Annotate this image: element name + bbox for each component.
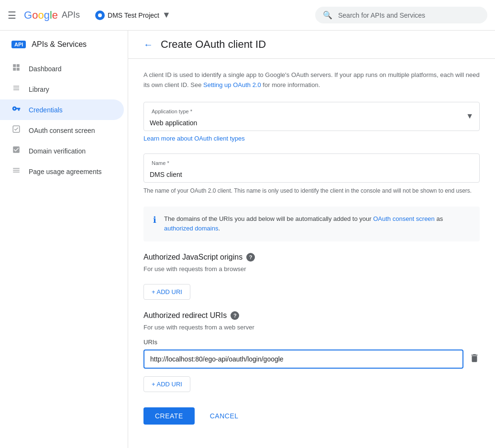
authorized-domains-link[interactable]: authorized domains: [164, 225, 218, 232]
redirect-uris-heading: Authorized redirect URIs ?: [143, 311, 480, 320]
application-type-field: Application type * Web application Andro…: [143, 102, 480, 142]
js-origins-add-uri-button[interactable]: + ADD URI: [143, 284, 190, 300]
oauth-consent-screen-link[interactable]: OAuth consent screen: [373, 215, 435, 222]
setup-oauth-link[interactable]: Setting up OAuth 2.0: [203, 81, 261, 88]
create-button[interactable]: CREATE: [143, 407, 195, 425]
content-body: A client ID is used to identify a single…: [128, 59, 495, 448]
sidebar-item-dashboard[interactable]: Dashboard: [0, 58, 124, 79]
main-layout: API APIs & Services Dashboard Library Cr…: [0, 31, 495, 448]
name-field-wrapper: Name *: [143, 153, 480, 183]
domain-verification-icon: [11, 145, 21, 156]
search-placeholder: Search for APIs and Services: [338, 11, 425, 19]
credentials-icon: [11, 104, 21, 115]
uris-label: URIs: [143, 339, 480, 346]
logo-o1: o: [32, 9, 38, 21]
redirect-uris-subtext: For use with requests from a web server: [143, 324, 480, 331]
logo-g2: g: [44, 9, 50, 21]
library-label: Library: [29, 86, 49, 93]
sidebar-item-domain-verification[interactable]: Domain verification: [0, 141, 124, 161]
logo-o2: o: [38, 9, 44, 21]
content-area: ← Create OAuth client ID A client ID is …: [128, 31, 495, 448]
learn-more-link[interactable]: Learn more about OAuth client types: [143, 135, 245, 142]
js-origins-section: Authorized JavaScript origins ? For use …: [143, 253, 480, 300]
page-title: Create OAuth client ID: [161, 38, 266, 51]
logo-g: G: [24, 9, 32, 21]
sidebar-item-page-usage[interactable]: Page usage agreements: [0, 161, 124, 182]
apis-label: APIs: [62, 10, 80, 20]
uri-input-row: [143, 350, 480, 369]
name-field-label: Name *: [150, 160, 171, 166]
back-button[interactable]: ←: [143, 39, 153, 50]
topbar: ☰ Google APIs DMS Test Project ▼ 🔍 Searc…: [0, 0, 495, 31]
logo-e: e: [52, 9, 58, 21]
name-field-hint: The name of your OAuth 2.0 client. This …: [143, 186, 480, 195]
search-icon: 🔍: [323, 11, 332, 20]
page-header: ← Create OAuth client ID: [128, 31, 495, 59]
search-bar[interactable]: 🔍 Search for APIs and Services: [315, 7, 487, 23]
delete-uri-icon[interactable]: [469, 353, 480, 366]
js-origins-help-icon[interactable]: ?: [246, 253, 255, 262]
dashboard-icon: [11, 63, 21, 74]
redirect-uri-add-uri-button[interactable]: + ADD URI: [143, 376, 190, 392]
sidebar-item-library[interactable]: Library: [0, 79, 124, 99]
application-type-label: Application type *: [150, 109, 194, 114]
uri-input[interactable]: [143, 350, 463, 369]
redirect-uris-section: Authorized redirect URIs ? For use with …: [143, 311, 480, 392]
sidebar-item-oauth-consent[interactable]: OAuth consent screen: [0, 120, 124, 141]
google-apis-logo: Google APIs: [24, 9, 80, 22]
menu-icon[interactable]: ☰: [8, 10, 16, 21]
library-icon: [11, 84, 21, 95]
project-selector[interactable]: DMS Test Project ▼: [91, 8, 175, 22]
project-dropdown-icon: ▼: [162, 10, 171, 20]
credentials-label: Credentials: [29, 106, 63, 114]
description-text: A client ID is used to identify a single…: [143, 70, 480, 90]
oauth-consent-label: OAuth consent screen: [29, 127, 95, 134]
sidebar-header: API APIs & Services: [0, 34, 128, 55]
sidebar-title: APIs & Services: [32, 40, 87, 49]
api-badge: API: [11, 41, 26, 48]
application-type-wrapper: Application type * Web application Andro…: [143, 102, 480, 131]
js-origins-subtext: For use with requests from a browser: [143, 265, 480, 273]
redirect-uris-help-icon[interactable]: ?: [231, 311, 239, 320]
info-box: ℹ The domains of the URIs you add below …: [143, 207, 480, 242]
sidebar-item-credentials[interactable]: Credentials: [0, 99, 124, 120]
name-input[interactable]: [144, 163, 479, 182]
page-usage-label: Page usage agreements: [29, 168, 102, 175]
name-field-section: Name * The name of your OAuth 2.0 client…: [143, 153, 480, 195]
info-box-text: The domains of the URIs you add below wi…: [164, 214, 470, 234]
dashboard-label: Dashboard: [29, 65, 62, 73]
page-usage-icon: [11, 166, 21, 177]
project-dot-icon: [95, 11, 105, 20]
bottom-actions: CREATE CANCEL: [143, 407, 480, 440]
project-name: DMS Test Project: [108, 11, 159, 19]
oauth-consent-icon: [11, 125, 21, 136]
info-icon: ℹ: [153, 215, 156, 225]
application-type-select[interactable]: Web application Android iOS Desktop app: [144, 111, 479, 131]
domain-verification-label: Domain verification: [29, 147, 86, 155]
cancel-button[interactable]: CANCEL: [198, 407, 250, 425]
sidebar: API APIs & Services Dashboard Library Cr…: [0, 31, 128, 448]
js-origins-heading: Authorized JavaScript origins ?: [143, 253, 480, 262]
